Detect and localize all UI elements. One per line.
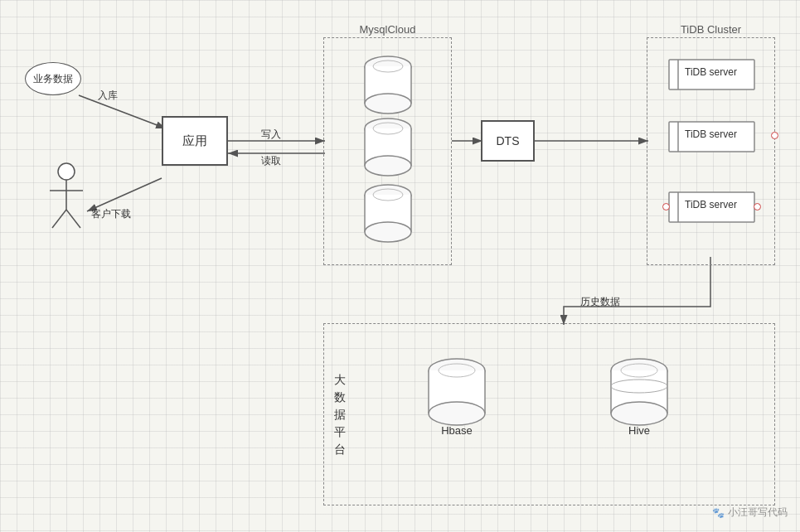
svg-point-48 xyxy=(611,402,667,425)
svg-point-18 xyxy=(365,94,411,114)
label-write: 写入 xyxy=(261,128,281,142)
svg-line-2 xyxy=(79,95,166,128)
mysql-cloud-label: MysqlCloud xyxy=(360,23,416,36)
label-download: 客户下载 xyxy=(91,207,131,221)
label-inbound: 入库 xyxy=(98,89,118,103)
svg-line-12 xyxy=(52,210,66,228)
tidb-cluster-label: TiDB Cluster xyxy=(681,23,741,36)
bigdata-platform-container: 大数据平台 Hbase Hive xyxy=(323,323,775,505)
mysql-db-1 xyxy=(361,55,415,120)
hbase-db: Hbase xyxy=(424,357,490,435)
tidb-server-3: TiDB server xyxy=(668,191,755,223)
hbase-label: Hbase xyxy=(441,424,473,437)
biz-data-node: 业务数据 xyxy=(25,62,81,95)
svg-line-13 xyxy=(66,210,80,228)
label-read: 读取 xyxy=(261,154,281,168)
tidb-server-1: TiDB server xyxy=(668,59,755,90)
tidb-server-2: TiDB server xyxy=(668,121,755,152)
tidb-cluster-container: TiDB Cluster TiDB server TiDB server TiD… xyxy=(647,37,775,265)
connector-circle-left xyxy=(662,203,670,210)
hive-label: Hive xyxy=(628,424,650,437)
hive-db: Hive xyxy=(606,357,672,435)
svg-point-9 xyxy=(58,163,75,180)
svg-point-24 xyxy=(365,156,411,176)
bigdata-label: 大数据平台 xyxy=(334,371,346,458)
connector-circle-s2 xyxy=(771,132,778,139)
mysql-db-2 xyxy=(361,117,415,182)
svg-line-7 xyxy=(87,178,162,211)
connector-circle-right xyxy=(754,203,761,210)
app-box: 应用 xyxy=(162,116,228,166)
mysql-cloud-container: MysqlCloud xyxy=(323,37,452,265)
actor-figure xyxy=(46,162,87,236)
svg-point-30 xyxy=(365,222,411,242)
svg-point-42 xyxy=(429,402,485,425)
mysql-db-3 xyxy=(361,183,415,249)
dts-box: DTS xyxy=(481,120,535,162)
label-history: 历史数据 xyxy=(580,295,620,309)
watermark: 🐾 小汪哥写代码 xyxy=(712,505,788,520)
